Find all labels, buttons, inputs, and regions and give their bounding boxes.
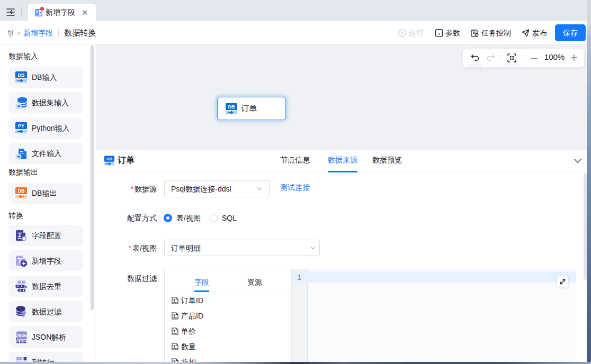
svg-text:JSON: JSON (16, 333, 27, 338)
svg-text:DB: DB (18, 188, 25, 194)
svg-text:x: x (437, 31, 440, 36)
svg-text:DB: DB (228, 104, 235, 110)
svg-text:PY: PY (18, 123, 24, 129)
svg-text:x: x (24, 284, 27, 289)
svg-text:DB: DB (106, 157, 113, 161)
svg-text:DB: DB (18, 72, 25, 78)
